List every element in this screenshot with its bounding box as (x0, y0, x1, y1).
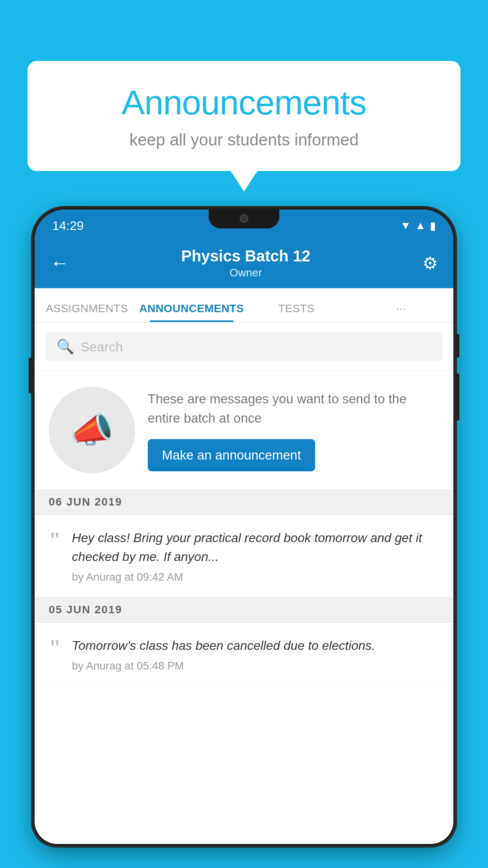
tab-tests[interactable]: TESTS (244, 302, 349, 322)
header-role: Owner (69, 267, 422, 279)
signal-icon: ▲ (415, 219, 426, 232)
date-separator-1: 06 JUN 2019 (35, 489, 453, 515)
quote-icon-2: " (49, 639, 61, 657)
tab-more[interactable]: ··· (349, 302, 454, 322)
make-announcement-button[interactable]: Make an announcement (148, 439, 315, 471)
volume-button (29, 358, 33, 393)
announcement-content-1: Hey class! Bring your practical record b… (72, 528, 439, 583)
power-button (455, 334, 459, 358)
megaphone-icon: 📣 (70, 410, 114, 451)
announcement-text-1: Hey class! Bring your practical record b… (72, 528, 439, 566)
search-icon: 🔍 (57, 338, 74, 355)
megaphone-circle: 📣 (49, 387, 135, 473)
camera (240, 214, 248, 223)
bubble-subtitle: keep all your students informed (51, 131, 437, 149)
search-placeholder: Search (81, 339, 123, 355)
battery-icon: ▮ (430, 219, 436, 232)
announcement-meta-1: by Anurag at 09:42 AM (72, 571, 439, 583)
volume-down-button (455, 373, 459, 421)
promo-block: 📣 These are messages you want to send to… (35, 371, 453, 489)
speech-bubble-section: Announcements keep all your students inf… (28, 61, 460, 171)
announcement-item-2[interactable]: " Tomorrow's class has been cancelled du… (35, 623, 453, 686)
phone-screen: 14:29 ▼ ▲ ▮ ← Physics Batch 12 Owner ⚙ A… (35, 210, 453, 844)
tab-assignments[interactable]: ASSIGNMENTS (35, 302, 139, 322)
promo-content: These are messages you want to send to t… (148, 389, 439, 471)
date-separator-2: 05 JUN 2019 (35, 597, 453, 623)
announcement-text-2: Tomorrow's class has been cancelled due … (72, 636, 439, 655)
quote-icon-1: " (49, 531, 61, 549)
search-container: 🔍 Search (35, 323, 453, 371)
wifi-icon: ▼ (400, 219, 411, 232)
batch-name: Physics Batch 12 (69, 247, 422, 265)
announcement-meta-2: by Anurag at 05:48 PM (72, 660, 439, 672)
settings-icon[interactable]: ⚙ (422, 253, 438, 273)
status-icons: ▼ ▲ ▮ (400, 219, 436, 232)
tab-announcements[interactable]: ANNOUNCEMENTS (139, 302, 244, 322)
app-header: ← Physics Batch 12 Owner ⚙ (35, 238, 453, 288)
status-time: 14:29 (52, 219, 84, 233)
header-title-block: Physics Batch 12 Owner (69, 247, 422, 279)
search-bar[interactable]: 🔍 Search (46, 332, 442, 361)
tab-bar: ASSIGNMENTS ANNOUNCEMENTS TESTS ··· (35, 288, 453, 323)
back-button[interactable]: ← (50, 254, 69, 272)
bubble-title: Announcements (51, 83, 437, 123)
announcement-item-1[interactable]: " Hey class! Bring your practical record… (35, 515, 453, 597)
phone-notch (209, 210, 279, 228)
phone-device: 14:29 ▼ ▲ ▮ ← Physics Batch 12 Owner ⚙ A… (33, 208, 455, 868)
announcement-content-2: Tomorrow's class has been cancelled due … (72, 636, 439, 672)
speech-bubble: Announcements keep all your students inf… (28, 61, 460, 171)
phone-frame: 14:29 ▼ ▲ ▮ ← Physics Batch 12 Owner ⚙ A… (33, 208, 455, 845)
promo-description: These are messages you want to send to t… (148, 389, 439, 428)
